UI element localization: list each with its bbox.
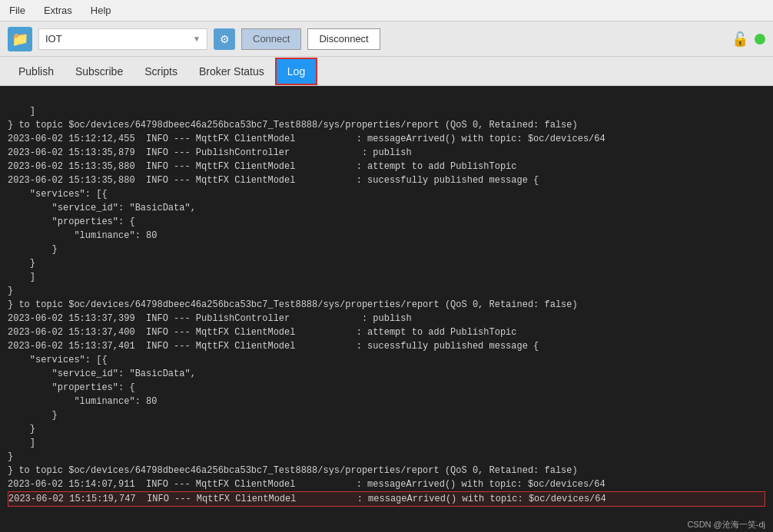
menubar: File Extras Help bbox=[0, 0, 773, 21]
connection-status-dot bbox=[755, 34, 765, 45]
log-line: } bbox=[8, 256, 765, 270]
lock-icon: 🔓 bbox=[732, 31, 748, 48]
log-line: 2023-06-02 15:13:35,880 INFO --- MqttFX … bbox=[8, 160, 765, 173]
log-line: } to topic $oc/devices/64798dbeec46a256b… bbox=[8, 118, 765, 132]
log-line: "services": [{ bbox=[8, 353, 765, 367]
tab-subscribe[interactable]: Subscribe bbox=[65, 59, 134, 84]
log-line: 2023-06-02 15:14:07,911 INFO --- MqttFX … bbox=[8, 477, 765, 491]
folder-icon[interactable]: 📁 bbox=[8, 27, 32, 51]
log-area[interactable]: ] } to topic $oc/devices/64798dbeec46a25… bbox=[0, 86, 773, 532]
log-line: 2023-06-02 15:13:37,401 INFO --- MqttFX … bbox=[8, 339, 765, 353]
dropdown-arrow-icon: ▼ bbox=[193, 35, 201, 43]
tab-log[interactable]: Log bbox=[275, 58, 317, 85]
log-line: "luminance": 80 bbox=[8, 229, 765, 243]
log-line: } to topic $oc/devices/64798dbeec46a256b… bbox=[8, 298, 765, 312]
log-line: } bbox=[8, 243, 765, 256]
log-line: "properties": { bbox=[8, 381, 765, 395]
tab-broker-status[interactable]: Broker Status bbox=[188, 59, 275, 84]
log-line: } bbox=[8, 422, 765, 436]
log-line: 2023-06-02 15:13:37,399 INFO --- Publish… bbox=[8, 312, 765, 325]
log-line: 2023-06-02 15:12:12,455 INFO --- MqttFX … bbox=[8, 132, 765, 146]
tabbar: PublishSubscribeScriptsBroker StatusLog bbox=[0, 57, 773, 86]
log-line: 2023-06-02 15:13:37,400 INFO --- MqttFX … bbox=[8, 325, 765, 339]
log-line: "luminance": 80 bbox=[8, 395, 765, 408]
log-line: ] bbox=[8, 270, 765, 284]
tab-publish[interactable]: Publish bbox=[8, 59, 65, 84]
toolbar: 📁 IOT ▼ ⚙ Connect Disconnect 🔓 bbox=[0, 21, 773, 57]
log-line: ] bbox=[8, 104, 765, 118]
log-line: "service_id": "BasicData", bbox=[8, 201, 765, 215]
log-line: 2023-06-02 15:15:19,747 INFO --- MqttFX … bbox=[8, 491, 765, 507]
menu-file[interactable]: File bbox=[6, 3, 28, 18]
log-line: ] bbox=[8, 436, 765, 450]
tab-scripts[interactable]: Scripts bbox=[134, 59, 188, 84]
log-line: "services": [{ bbox=[8, 187, 765, 201]
log-line: } bbox=[8, 450, 765, 464]
connection-name-display[interactable]: IOT ▼ bbox=[38, 28, 207, 50]
log-line: } bbox=[8, 408, 765, 422]
menu-extras[interactable]: Extras bbox=[41, 3, 75, 18]
log-line: "properties": { bbox=[8, 215, 765, 229]
log-line: } to topic $oc/devices/64798dbeec46a256b… bbox=[8, 464, 765, 477]
gear-button[interactable]: ⚙ bbox=[214, 28, 235, 50]
gear-icon: ⚙ bbox=[220, 33, 230, 45]
connect-button[interactable]: Connect bbox=[241, 28, 301, 50]
log-line: } bbox=[8, 284, 765, 298]
log-line: 2023-06-02 15:13:35,879 INFO --- Publish… bbox=[8, 146, 765, 160]
menu-help[interactable]: Help bbox=[88, 3, 114, 18]
watermark: CSDN @沧海一笑-dj bbox=[687, 519, 765, 530]
log-line: "service_id": "BasicData", bbox=[8, 367, 765, 381]
log-line: 2023-06-02 15:13:35,880 INFO --- MqttFX … bbox=[8, 173, 765, 187]
disconnect-button[interactable]: Disconnect bbox=[307, 28, 380, 50]
